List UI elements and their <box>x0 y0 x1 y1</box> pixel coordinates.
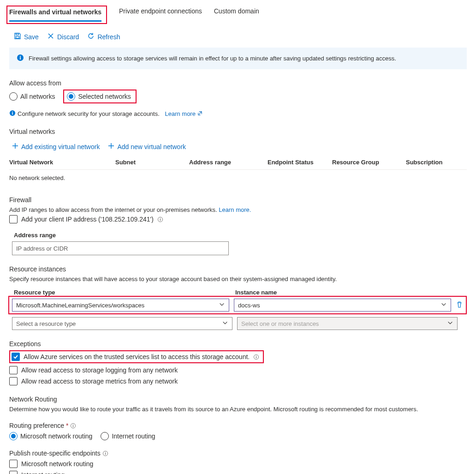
refresh-button[interactable]: Refresh <box>87 32 120 41</box>
save-button[interactable]: Save <box>14 32 39 41</box>
firewall-learn-more-link[interactable]: Learn more. <box>219 206 251 213</box>
publish-ms-checkbox[interactable] <box>9 460 18 468</box>
resource-instances-title: Resource instances <box>9 265 467 273</box>
info-icon <box>9 110 16 118</box>
radio-all-networks-label: All networks <box>20 93 55 100</box>
resource-instances-highlight: Microsoft.MachineLearningServices/worksp… <box>8 296 467 314</box>
delete-row-button[interactable] <box>456 301 463 310</box>
col-rg: Resource Group <box>332 155 406 170</box>
close-icon <box>47 32 54 41</box>
allow-metrics-checkbox[interactable] <box>9 377 18 385</box>
radio-selected-networks-label: Selected networks <box>78 93 131 100</box>
col-sub: Subscription <box>406 155 467 170</box>
chevron-down-icon <box>440 301 447 309</box>
learn-more-link[interactable]: Learn more <box>165 110 202 117</box>
svg-rect-7 <box>16 36 19 38</box>
routing-desc: Determine how you would like to route yo… <box>9 406 467 413</box>
toolbar: Save Discard Refresh <box>9 24 467 48</box>
allow-access-label: Allow access from <box>9 79 467 87</box>
discard-button[interactable]: Discard <box>47 32 79 41</box>
exceptions-title: Exceptions <box>9 340 467 348</box>
save-icon <box>14 32 21 41</box>
info-icon <box>102 450 108 457</box>
allow-metrics-label: Allow read access to storage metrics fro… <box>21 378 178 385</box>
info-icon <box>17 54 24 63</box>
tab-firewalls[interactable]: Firewalls and virtual networks <box>9 6 101 22</box>
resource-type-select[interactable]: Microsoft.MachineLearningServices/worksp… <box>12 299 229 312</box>
firewall-title: Firewall <box>9 196 467 204</box>
plus-icon <box>12 143 18 150</box>
publish-internet-checkbox[interactable] <box>9 471 18 474</box>
chevron-down-icon <box>219 301 225 309</box>
instance-name-select[interactable]: docs-ws <box>234 299 451 312</box>
add-new-vnet-button[interactable]: Add new virtual network <box>108 143 186 150</box>
tab-firewalls-highlight: Firewalls and virtual networks <box>6 6 107 24</box>
allow-trusted-label: Allow Azure services on the trusted serv… <box>24 353 250 360</box>
tab-custom-domain[interactable]: Custom domain <box>214 6 259 24</box>
radio-ms-routing[interactable]: Microsoft network routing <box>9 432 92 440</box>
add-client-ip-checkbox[interactable] <box>9 215 18 223</box>
radio-internet-routing[interactable]: Internet routing <box>101 432 155 440</box>
resource-type-placeholder-select[interactable]: Select a resource type <box>12 317 232 330</box>
info-banner-text: Firewall settings allowing access to sto… <box>29 55 396 62</box>
radio-all-networks[interactable]: All networks <box>9 92 55 101</box>
tabs: Firewalls and virtual networks Private e… <box>9 0 467 24</box>
col-subnet: Subnet <box>115 155 189 170</box>
col-range: Address range <box>189 155 268 170</box>
radio-selected-networks[interactable]: Selected networks <box>67 92 131 101</box>
save-label: Save <box>24 33 39 41</box>
radio-selected-highlight: Selected networks <box>63 90 136 103</box>
exception-highlight: Allow Azure services on the trusted serv… <box>9 350 264 363</box>
refresh-label: Refresh <box>97 33 120 41</box>
firewall-desc: Add IP ranges to allow access from the i… <box>9 206 217 213</box>
info-icon <box>70 422 76 429</box>
vnets-empty: No network selected. <box>9 170 467 186</box>
chevron-down-icon <box>447 320 453 328</box>
svg-rect-6 <box>16 34 18 36</box>
info-icon <box>157 216 163 223</box>
add-existing-vnet-button[interactable]: Add existing virtual network <box>12 143 100 150</box>
info-icon <box>253 353 259 360</box>
col-endpoint: Endpoint Status <box>268 155 332 170</box>
configure-text: Configure network security for your stor… <box>18 110 160 117</box>
add-client-ip-label: Add your client IP address ('108.252.109… <box>21 216 154 223</box>
address-range-label: Address range <box>14 232 467 239</box>
publish-endpoints-label: Publish route-specific endpoints <box>9 450 101 457</box>
tab-private-endpoints[interactable]: Private endpoint connections <box>119 6 202 24</box>
discard-label: Discard <box>57 33 79 41</box>
plus-icon <box>108 143 114 150</box>
resource-instances-desc: Specify resource instances that will hav… <box>9 276 467 282</box>
routing-title: Network Routing <box>9 396 467 403</box>
refresh-icon <box>87 32 95 41</box>
vnets-table: Virtual Network Subnet Address range End… <box>9 155 467 170</box>
instance-name-placeholder-select[interactable]: Select one or more instances <box>237 317 458 330</box>
routing-pref-label: Routing preference <box>9 422 64 429</box>
allow-trusted-checkbox[interactable] <box>12 353 20 361</box>
allow-logging-checkbox[interactable] <box>9 366 18 374</box>
chevron-down-icon <box>222 320 228 328</box>
info-banner: Firewall settings allowing access to sto… <box>9 48 467 69</box>
col-instance-name: Instance name <box>235 289 467 296</box>
allow-logging-label: Allow read access to storage logging fro… <box>21 366 178 374</box>
address-range-input[interactable] <box>12 241 229 255</box>
vnets-title: Virtual networks <box>9 128 467 135</box>
col-vnet: Virtual Network <box>9 155 115 170</box>
col-resource-type: Resource type <box>9 289 235 296</box>
